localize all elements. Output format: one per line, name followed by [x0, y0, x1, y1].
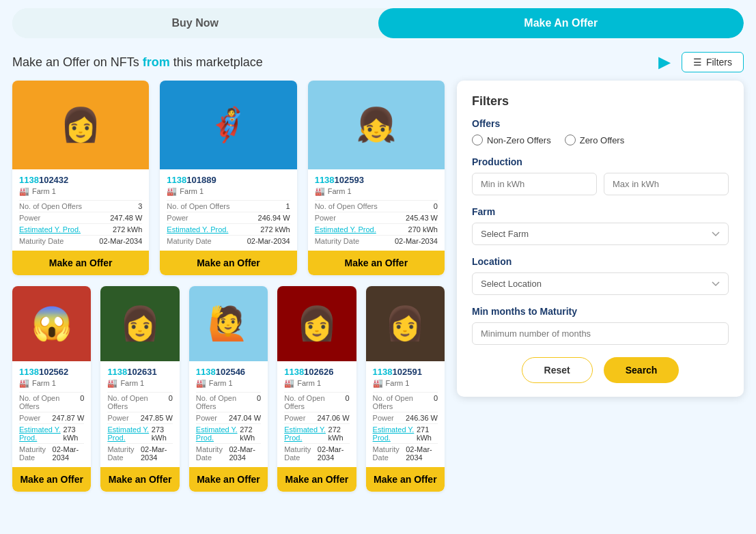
- make-offer-button[interactable]: Make an Offer: [189, 467, 268, 492]
- stat-row: Estimated Y. Prod.273 kWh: [107, 423, 172, 443]
- stat-row: Power247.85 W: [107, 412, 172, 423]
- stat-label: No. of Open Offers: [196, 394, 257, 410]
- page-title: Make an Offer on NFTs from this marketpl…: [12, 55, 263, 70]
- nft-image: 🙋: [189, 286, 268, 361]
- stat-label[interactable]: Estimated Y. Prod.: [196, 425, 240, 442]
- location-select[interactable]: Select Location Location 1 Location 2: [472, 272, 729, 295]
- make-offer-button[interactable]: Make an Offer: [100, 467, 179, 492]
- stat-label[interactable]: Estimated Y. Prod.: [19, 425, 63, 442]
- stat-value: 0: [169, 394, 173, 410]
- nft-id: 1138102593: [315, 175, 438, 185]
- nft-farm-row: 🏭Farm 1: [167, 186, 290, 196]
- nft-stats: No. of Open Offers0Power247.04 WEstimate…: [196, 392, 261, 463]
- stat-label[interactable]: Estimated Y. Prod.: [315, 225, 376, 234]
- farm-icon: 🏭: [107, 378, 117, 388]
- stat-row: Maturity Date02-Mar-2034: [284, 443, 349, 463]
- offers-radio-group: Non-Zero Offers Zero Offers: [472, 135, 729, 145]
- stat-row: No. of Open Offers1: [167, 200, 290, 212]
- make-offer-button[interactable]: Make an Offer: [366, 467, 445, 492]
- offers-label: Offers: [472, 118, 729, 129]
- filters-button[interactable]: ☰ Filters: [682, 52, 744, 72]
- stat-label: Maturity Date: [19, 445, 53, 462]
- stat-value: 245.43 W: [406, 214, 438, 222]
- stat-label[interactable]: Estimated Y. Prod.: [167, 225, 228, 234]
- nft-card-info: 1138102546🏭Farm 1No. of Open Offers0Powe…: [189, 361, 268, 467]
- stat-label: Power: [19, 214, 40, 222]
- stat-label[interactable]: Estimated Y. Prod.: [284, 425, 328, 442]
- arrow-icon: ►: [654, 52, 675, 72]
- stat-row: Estimated Y. Prod.271 kWh: [373, 423, 438, 443]
- non-zero-offers-option[interactable]: Non-Zero Offers: [472, 135, 551, 145]
- stat-row: Power247.06 W: [284, 412, 349, 423]
- nft-card-info: 1138101889🏭Farm 1No. of Open Offers1Powe…: [160, 169, 296, 251]
- stat-row: No. of Open Offers0: [284, 392, 349, 412]
- stat-row: No. of Open Offers0: [107, 392, 172, 412]
- stat-value: 272 kWh: [328, 425, 350, 442]
- tab-make-offer[interactable]: Make An Offer: [378, 8, 744, 38]
- stat-value: 247.48 W: [110, 214, 142, 222]
- min-months-input[interactable]: [472, 322, 729, 345]
- nft-card: 🙋1138102546🏭Farm 1No. of Open Offers0Pow…: [189, 286, 268, 492]
- stat-label: Maturity Date: [167, 237, 211, 245]
- nft-farm-label: Farm 1: [297, 379, 321, 387]
- nft-id: 1138101889: [167, 175, 290, 185]
- filter-panel: Filters Offers Non-Zero Offers Zero Offe…: [457, 81, 744, 397]
- nft-image: 👩: [277, 286, 356, 361]
- nft-farm-row: 🏭Farm 1: [373, 378, 438, 388]
- nft-card: 👩1138102631🏭Farm 1No. of Open Offers0Pow…: [100, 286, 179, 492]
- farm-select[interactable]: Select Farm Farm 1 Farm 2 Farm 3: [472, 223, 729, 245]
- nft-card: 🦸1138101889🏭Farm 1No. of Open Offers1Pow…: [160, 81, 296, 275]
- stat-row: Maturity Date02-Mar-2034: [196, 443, 261, 463]
- stat-value: 0: [257, 394, 261, 410]
- stat-value: 247.06 W: [318, 414, 350, 422]
- stat-row: Maturity Date02-Mar-2034: [19, 443, 84, 463]
- production-row: [472, 173, 729, 195]
- stat-label: Power: [315, 214, 336, 222]
- stat-label: No. of Open Offers: [107, 394, 168, 410]
- stat-row: Maturity Date02-Mar-2034: [315, 235, 438, 247]
- stat-label[interactable]: Estimated Y. Prod.: [107, 425, 151, 442]
- non-zero-radio[interactable]: [472, 135, 483, 145]
- search-button[interactable]: Search: [604, 357, 680, 383]
- production-label: Production: [472, 156, 729, 167]
- zero-offers-option[interactable]: Zero Offers: [565, 135, 625, 145]
- stat-row: No. of Open Offers3: [19, 200, 142, 212]
- nft-card: 👩1138102591🏭Farm 1No. of Open Offers0Pow…: [366, 286, 445, 492]
- stat-value: 02-Mar-2034: [229, 445, 261, 462]
- nft-id: 1138102626: [284, 367, 349, 377]
- tab-buy-now[interactable]: Buy Now: [12, 8, 378, 38]
- nft-id: 1138102631: [107, 367, 172, 377]
- make-offer-button[interactable]: Make an Offer: [12, 467, 91, 492]
- stat-value: 02-Mar-2034: [53, 445, 85, 462]
- reset-button[interactable]: Reset: [522, 357, 593, 383]
- stat-label: Power: [19, 414, 40, 422]
- nft-farm-label: Farm 1: [209, 379, 233, 387]
- stat-label: No. of Open Offers: [373, 394, 434, 410]
- stat-value: 3: [138, 202, 142, 210]
- stat-row: Estimated Y. Prod.273 kWh: [19, 423, 84, 443]
- stat-label[interactable]: Estimated Y. Prod.: [19, 225, 81, 234]
- max-kwh-input[interactable]: [604, 173, 729, 195]
- nft-stats: No. of Open Offers0Power247.87 WEstimate…: [19, 392, 84, 463]
- nft-card-info: 1138102626🏭Farm 1No. of Open Offers0Powe…: [277, 361, 356, 467]
- stat-label[interactable]: Estimated Y. Prod.: [373, 425, 417, 442]
- filter-location-section: Location Select Location Location 1 Loca…: [472, 256, 729, 295]
- min-kwh-input[interactable]: [472, 173, 597, 195]
- make-offer-button[interactable]: Make an Offer: [308, 251, 445, 275]
- stat-value: 272 kWh: [240, 425, 261, 442]
- stat-label: No. of Open Offers: [19, 394, 80, 410]
- stat-row: Power247.04 W: [196, 412, 261, 423]
- nft-grid-top: 👩1138102432🏭Farm 1No. of Open Offers3Pow…: [12, 81, 445, 275]
- nft-id: 1138102562: [19, 367, 84, 377]
- zero-radio[interactable]: [565, 135, 576, 145]
- stat-label: No. of Open Offers: [167, 202, 229, 210]
- stat-value: 273 kWh: [63, 425, 84, 442]
- filter-actions: Reset Search: [472, 357, 729, 383]
- stat-value: 246.36 W: [406, 414, 438, 422]
- make-offer-button[interactable]: Make an Offer: [277, 467, 356, 492]
- nft-image: 😱: [12, 286, 91, 361]
- stat-value: 02-Mar-2034: [247, 237, 290, 245]
- make-offer-button[interactable]: Make an Offer: [12, 251, 149, 275]
- nft-id: 1138102591: [373, 367, 438, 377]
- make-offer-button[interactable]: Make an Offer: [160, 251, 296, 275]
